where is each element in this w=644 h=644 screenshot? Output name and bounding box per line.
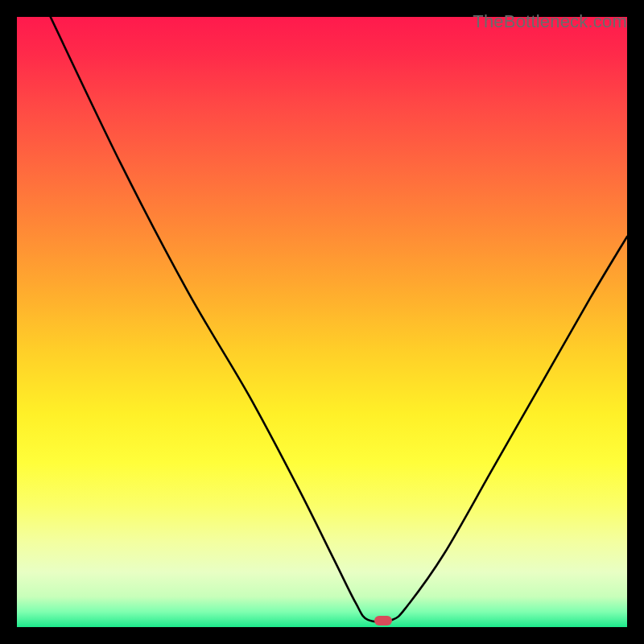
chart-frame: TheBottleneck.com [11,11,633,633]
bottleneck-curve [17,17,627,627]
plot-area [17,17,627,627]
minimum-marker [374,616,392,625]
watermark-text: TheBottleneck.com [473,11,627,32]
